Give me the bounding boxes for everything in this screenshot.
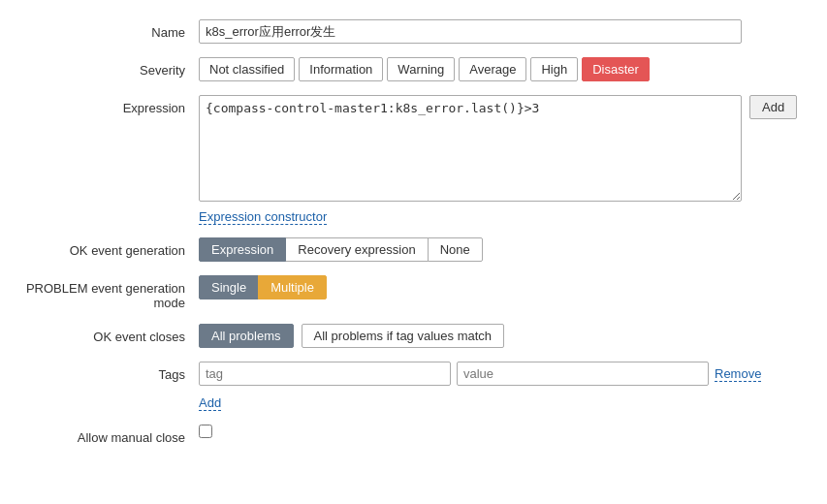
name-input[interactable]: [199, 19, 742, 44]
expression-constructor-link[interactable]: Expression constructor: [199, 209, 327, 225]
ok-event-row: OK event generation Expression Recovery …: [10, 237, 817, 262]
severity-buttons-group: Not classified Information Warning Avera…: [199, 57, 817, 81]
tags-content: Remove Add: [199, 362, 817, 411]
expression-constructor-row: Expression constructor: [199, 209, 817, 224]
problem-event-content: Single Multiple: [199, 275, 817, 299]
problem-event-multiple-btn[interactable]: Multiple: [258, 275, 327, 299]
ok-event-recovery-btn[interactable]: Recovery expression: [285, 237, 428, 262]
tags-label: Tags: [10, 362, 199, 382]
severity-high[interactable]: High: [530, 57, 578, 81]
severity-warning[interactable]: Warning: [387, 57, 455, 81]
severity-disaster[interactable]: Disaster: [582, 57, 650, 81]
allow-manual-close-content: [199, 425, 817, 438]
ok-event-toggle-group: Expression Recovery expression None: [199, 237, 483, 262]
name-content: [199, 19, 817, 44]
expression-content: {compass-control-master1:k8s_error.last(…: [199, 95, 817, 224]
expression-row: Expression {compass-control-master1:k8s_…: [10, 95, 817, 224]
tag-input[interactable]: [199, 362, 451, 386]
allow-manual-close-label: Allow manual close: [10, 425, 199, 445]
expression-wrap: {compass-control-master1:k8s_error.last(…: [199, 95, 797, 202]
severity-information[interactable]: Information: [299, 57, 383, 81]
tags-row: Tags Remove Add: [10, 362, 817, 411]
expression-add-button[interactable]: Add: [749, 95, 797, 119]
problem-event-row: PROBLEM event generation mode Single Mul…: [10, 275, 817, 310]
allow-manual-close-checkbox[interactable]: [199, 425, 212, 438]
problem-event-toggle-group: Single Multiple: [199, 275, 327, 299]
severity-row: Severity Not classified Information Warn…: [10, 57, 817, 81]
severity-not-classified[interactable]: Not classified: [199, 57, 295, 81]
ok-event-closes-row: OK event closes All problems All problem…: [10, 324, 817, 348]
ok-event-content: Expression Recovery expression None: [199, 237, 817, 262]
tags-add-link[interactable]: Add: [199, 395, 221, 411]
tags-remove-link[interactable]: Remove: [715, 366, 761, 382]
value-input[interactable]: [457, 362, 709, 386]
problem-event-single-btn[interactable]: Single: [199, 275, 259, 299]
expression-textarea[interactable]: {compass-control-master1:k8s_error.last(…: [199, 95, 742, 202]
name-row: Name: [10, 19, 817, 44]
ok-event-label: OK event generation: [10, 237, 199, 258]
severity-average[interactable]: Average: [459, 57, 526, 81]
ok-event-closes-content: All problems All problems if tag values …: [199, 324, 817, 348]
ok-event-closes-label: OK event closes: [10, 324, 199, 344]
closes-all-problems-btn[interactable]: All problems: [199, 324, 294, 348]
expression-label: Expression: [10, 95, 199, 115]
allow-manual-close-row: Allow manual close: [10, 425, 817, 445]
tags-input-row: Remove: [199, 362, 761, 386]
closes-tag-values-btn[interactable]: All problems if tag values match: [302, 324, 505, 348]
severity-label: Severity: [10, 57, 199, 78]
ok-event-expression-btn[interactable]: Expression: [199, 237, 286, 262]
problem-event-label: PROBLEM event generation mode: [10, 275, 199, 310]
name-label: Name: [10, 19, 199, 40]
ok-event-none-btn[interactable]: None: [428, 237, 483, 262]
